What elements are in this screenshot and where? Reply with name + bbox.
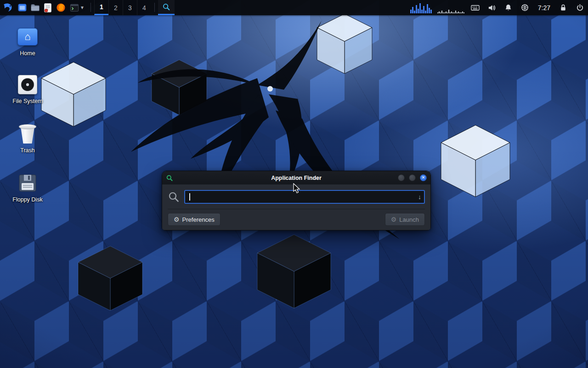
maximize-button[interactable]: [409, 174, 416, 181]
desktop-icon-trash[interactable]: Trash: [8, 123, 47, 154]
minimize-button[interactable]: [398, 174, 405, 181]
firefox-icon: [56, 3, 66, 12]
desktop-icon-label: Trash: [8, 147, 47, 154]
finder-body: ↓ ⚙ Preferences ⚙ Launch: [162, 184, 430, 230]
document-icon: [43, 3, 52, 13]
close-button[interactable]: ✕: [420, 174, 427, 181]
lock-icon: [560, 4, 567, 12]
desktop-icon-label: Home: [8, 50, 47, 57]
launch-button[interactable]: ⚙ Launch: [385, 213, 425, 226]
chevron-down-icon: ▼: [80, 5, 85, 10]
volume-icon: [488, 4, 496, 12]
desktop-icon-file-system[interactable]: File System: [8, 74, 47, 104]
top-panel: ▼ 1 2 3 4: [0, 0, 588, 15]
desktop-icon-label: Floppy Disk: [8, 196, 47, 203]
logout-button[interactable]: [571, 0, 588, 15]
power-icon: [576, 4, 584, 12]
system-tray: 7:27: [467, 0, 588, 15]
text-caret: [189, 193, 190, 201]
preferences-button[interactable]: ⚙ Preferences: [168, 213, 220, 226]
floppy-disk-icon: [8, 172, 47, 194]
hard-disk-icon: [8, 74, 47, 96]
files-launcher[interactable]: [28, 0, 41, 15]
dropdown-arrow-icon[interactable]: ↓: [418, 194, 421, 200]
window-titlebar[interactable]: Application Finder ✕: [162, 171, 430, 184]
volume-tray-item[interactable]: [484, 0, 500, 15]
globe-icon: [521, 4, 529, 12]
file-manager-icon: [17, 3, 27, 12]
desktop-icon-floppy-disk[interactable]: Floppy Disk: [8, 172, 47, 203]
panel-separator: [90, 3, 91, 12]
folder-icon: [30, 3, 40, 12]
terminal-launcher[interactable]: ▼: [67, 0, 87, 15]
close-icon: ✕: [422, 176, 425, 180]
bell-icon: [504, 4, 512, 12]
taskbar-application-finder[interactable]: [158, 0, 175, 15]
workspace-4[interactable]: 4: [137, 0, 151, 15]
network-graph[interactable]: [437, 2, 464, 13]
home-folder-icon: ⌂: [8, 26, 47, 48]
workspace-1[interactable]: 1: [94, 0, 108, 15]
workspace-2[interactable]: 2: [108, 0, 123, 15]
keyboard-icon: [471, 4, 480, 12]
window-title: Application Finder: [162, 175, 430, 181]
firefox-launcher[interactable]: [54, 0, 67, 15]
desktop-icon-home[interactable]: ⌂ Home: [8, 26, 47, 57]
app-finder-window-icon: [166, 174, 173, 182]
kali-menu-button[interactable]: [0, 0, 16, 15]
keyboard-layout-tray-item[interactable]: [467, 0, 484, 15]
updates-tray-item[interactable]: [517, 0, 533, 15]
file-manager-launcher[interactable]: [16, 0, 28, 15]
cpu-graph[interactable]: [410, 2, 432, 13]
text-editor-launcher[interactable]: [41, 0, 54, 15]
launch-label: Launch: [399, 216, 419, 223]
application-finder-window: Application Finder ✕ ↓ ⚙ Preferences: [162, 171, 431, 230]
app-finder-task-icon: [162, 3, 170, 11]
terminal-icon: [70, 4, 79, 12]
screen-lock-tray-item[interactable]: [555, 0, 571, 15]
notifications-tray-item[interactable]: [500, 0, 517, 15]
kali-logo-icon: [2, 2, 14, 14]
desktop-icon-label: File System: [8, 98, 47, 104]
panel-separator: [154, 3, 155, 12]
trash-bin-icon: [8, 123, 47, 145]
app-search-input[interactable]: [184, 190, 425, 204]
launch-icon: ⚙: [391, 216, 397, 223]
preferences-label: Preferences: [182, 216, 215, 223]
gear-icon: ⚙: [174, 216, 180, 223]
search-icon: [168, 191, 180, 203]
workspace-3[interactable]: 3: [123, 0, 137, 15]
panel-clock[interactable]: 7:27: [533, 4, 555, 12]
